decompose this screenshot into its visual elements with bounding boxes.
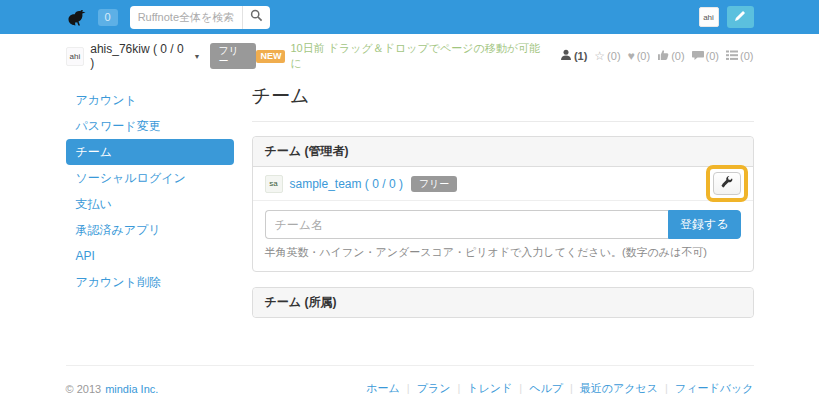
notification-count-badge[interactable]: 0: [98, 9, 118, 26]
sidebar-item-social-login[interactable]: ソーシャルログイン: [66, 165, 234, 191]
sidebar-item-account[interactable]: アカウント: [66, 87, 234, 113]
footer-link-recent-access[interactable]: 最近のアクセス: [563, 381, 658, 396]
star-icon: ☆: [594, 50, 605, 62]
person-icon: [560, 49, 572, 63]
team-name-help-text: 半角英数・ハイフン・アンダースコア・ピリオドで入力してください。(数字のみは不可…: [265, 245, 741, 260]
sidebar-item-team[interactable]: チーム: [66, 139, 234, 165]
footer-link-feedback[interactable]: フィードバック: [658, 381, 753, 396]
copyright-text: © 2013: [66, 383, 102, 395]
list-icon: [726, 50, 738, 63]
search-input[interactable]: [130, 6, 242, 29]
search-icon: [250, 9, 263, 25]
footer-link-trend[interactable]: トレンド: [450, 381, 512, 396]
footer-link-home[interactable]: ホーム: [366, 381, 400, 396]
admin-team-panel: チーム (管理者) sa sample_team ( 0 / 0 ) フリー: [252, 136, 754, 272]
new-badge: NEW: [256, 50, 285, 63]
sidebar-item-api[interactable]: API: [66, 243, 234, 269]
pencil-icon: [734, 10, 746, 25]
account-avatar: ahi: [66, 47, 85, 66]
admin-panel-header: チーム (管理者): [253, 137, 753, 167]
team-plan-badge: フリー: [411, 176, 457, 192]
footer-link-plan[interactable]: プラン: [400, 381, 451, 396]
comment-icon: [692, 50, 704, 63]
sidebar-item-delete-account[interactable]: アカウント削除: [66, 269, 234, 295]
wrench-icon: [720, 176, 733, 191]
caret-down-icon: ▼: [193, 53, 200, 60]
page-footer: © 2013 mindia Inc. ホーム プラン トレンド ヘルプ 最近のア…: [0, 365, 819, 396]
new-note-button[interactable]: [727, 6, 754, 28]
sidebar-item-payment[interactable]: 支払い: [66, 191, 234, 217]
settings-sidebar: アカウント パスワード変更 チーム ソーシャルログイン 支払い 承認済みアプリ …: [66, 79, 234, 295]
user-news-bar: ahi ahis_76kiw ( 0 / 0 ) ▼ フリー NEW 10日前 …: [0, 41, 819, 71]
thumbsup-icon: [657, 49, 669, 63]
user-avatar[interactable]: ahi: [699, 7, 719, 27]
comment-counter[interactable]: (0): [692, 50, 719, 63]
footer-links: ホーム プラン トレンド ヘルプ 最近のアクセス フィードバック: [366, 381, 753, 396]
top-navbar: 0 ahi: [0, 0, 819, 34]
list-counter[interactable]: (0): [726, 50, 753, 63]
member-team-panel: チーム (所属): [252, 287, 754, 318]
member-panel-header: チーム (所属): [253, 288, 753, 317]
search-button[interactable]: [242, 6, 270, 29]
team-name-input[interactable]: [265, 210, 668, 239]
footer-link-help[interactable]: ヘルプ: [512, 381, 563, 396]
heart-icon: ♥: [628, 50, 635, 62]
heart-counter[interactable]: ♥ (0): [628, 50, 651, 62]
members-counter[interactable]: (1): [560, 49, 587, 63]
global-search: [130, 6, 270, 29]
plan-badge: フリー: [210, 43, 256, 69]
sidebar-item-password[interactable]: パスワード変更: [66, 113, 234, 139]
team-settings-button[interactable]: [713, 172, 741, 195]
bird-logo-icon[interactable]: [66, 6, 92, 28]
company-link[interactable]: mindia Inc.: [105, 383, 158, 395]
sidebar-item-approved-apps[interactable]: 承認済みアプリ: [66, 217, 234, 243]
page-title: チーム: [252, 79, 754, 122]
account-menu[interactable]: ahi ahis_76kiw ( 0 / 0 ) ▼: [66, 42, 201, 70]
news-headline-link[interactable]: 10日前 ドラッグ＆ドロップでページの移動が可能に: [290, 41, 544, 71]
thumbsup-counter[interactable]: (0): [657, 49, 684, 63]
account-username: ahis_76kiw ( 0 / 0 ): [90, 42, 189, 70]
team-name-link[interactable]: sample_team ( 0 / 0 ): [290, 177, 403, 191]
star-counter[interactable]: ☆ (0): [594, 50, 620, 62]
team-avatar: sa: [265, 175, 283, 193]
create-team-form: 登録する 半角英数・ハイフン・アンダースコア・ピリオドで入力してください。(数字…: [253, 201, 753, 271]
team-row: sa sample_team ( 0 / 0 ) フリー: [253, 167, 753, 201]
register-team-button[interactable]: 登録する: [668, 210, 741, 239]
